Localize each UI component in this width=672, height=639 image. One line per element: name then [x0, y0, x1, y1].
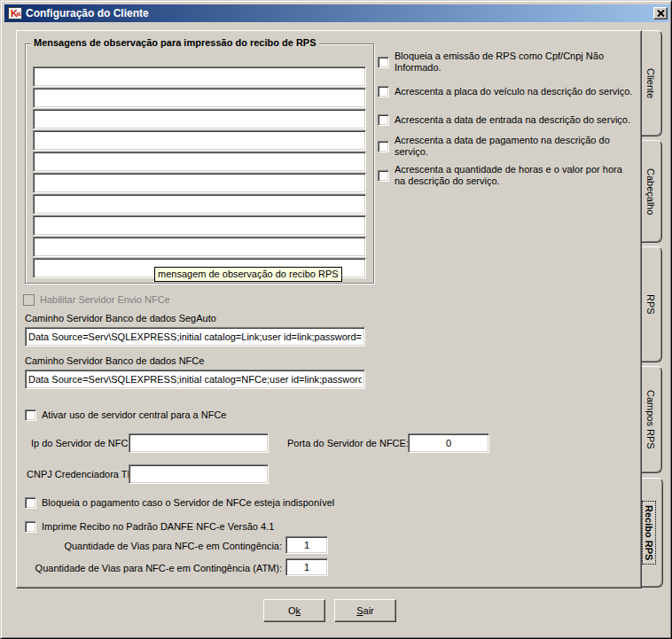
sair-button[interactable]: Sair [334, 599, 396, 622]
checkbox-icon[interactable] [378, 170, 389, 182]
checkbox-icon [23, 294, 35, 306]
checkbox-label: Habilitar Servidor Envio NFCe [40, 294, 170, 306]
title-bar[interactable]: K« Configuração do Cliente [4, 4, 669, 22]
tab-label: Cliente [645, 68, 656, 98]
vias-contingencia-atm-label: Quantidade de Vias para NFC-e em Conting… [25, 563, 282, 573]
checkbox-icon[interactable] [378, 86, 389, 97]
porta-servidor-input[interactable] [408, 433, 489, 453]
message-row-input[interactable] [33, 109, 366, 129]
checkbox-ativar-servidor-central[interactable]: Ativar uso de servidor central para a NF… [25, 409, 335, 421]
vias-contingencia-input[interactable] [285, 536, 328, 554]
tab-label: RPS [645, 294, 656, 315]
message-row-input[interactable] [33, 173, 366, 193]
ok-button[interactable]: Ok [263, 599, 325, 622]
vias-contingencia-label: Quantidade de Vias para NFC-e em Conting… [25, 541, 282, 551]
checkbox-icon[interactable] [25, 497, 36, 509]
message-row-input[interactable] [33, 152, 366, 172]
cnpj-credenciadora-label: CNPJ Credenciadora TEF: [27, 469, 143, 479]
checkbox-icon[interactable] [378, 57, 389, 68]
checkbox-label: Acrescenta a quantidade de horas e o val… [395, 164, 635, 187]
message-row-input[interactable] [33, 215, 366, 236]
checkbox-label: Acrescenta a placa do veículo na descriç… [395, 86, 632, 97]
mensagens-group-title: Mensagens de observação para impressão d… [31, 37, 319, 48]
checkbox-icon[interactable] [378, 141, 389, 152]
checkbox-placa-veiculo[interactable]: Acrescenta a placa do veículo na descriç… [378, 86, 635, 97]
message-row-input[interactable] [33, 130, 366, 151]
checkbox-label: Bloqueia o pagamento caso o Servidor de … [42, 497, 334, 509]
message-rows [33, 66, 366, 279]
checkbox-bloqueia-emissao-rps[interactable]: Bloqueia a emissão de RPS como Cpf/Cnpj … [378, 51, 628, 74]
checkbox-bloqueia-pagamento[interactable]: Bloqueia o pagamento caso o Servidor de … [25, 497, 397, 509]
checkbox-quantidade-horas[interactable]: Acrescenta a quantidade de horas e o val… [378, 164, 635, 187]
close-icon [657, 10, 665, 17]
cnpj-credenciadora-input[interactable] [129, 464, 269, 484]
window-title: Configuração do Cliente [26, 7, 653, 19]
tab-campos-rps[interactable]: Campos RPS [640, 366, 662, 473]
checkbox-data-pagamento[interactable]: Acrescenta a data de pagamento na descri… [378, 135, 617, 158]
mensagens-groupbox: Mensagens de observação para impressão d… [25, 43, 374, 284]
ip-servidor-input[interactable] [129, 433, 269, 453]
vias-contingencia-atm-input[interactable] [285, 558, 328, 576]
checkbox-imprime-danfe[interactable]: Imprime Recibo no Padrão DANFE NFC-e Ver… [25, 521, 397, 533]
tab-label: Cabeçalho [645, 168, 656, 215]
checkbox-icon[interactable] [25, 521, 36, 533]
checkbox-icon[interactable] [378, 114, 389, 126]
tab-cabecalho[interactable]: Cabeçalho [640, 140, 662, 243]
close-button[interactable] [653, 7, 668, 19]
app-logo-icon: K« [8, 7, 22, 19]
checkbox-label: Imprime Recibo no Padrão DANFE NFC-e Ver… [42, 521, 274, 533]
checkbox-label: Ativar uso de servidor central para a NF… [42, 409, 226, 421]
checkbox-label: Bloqueia a emissão de RPS como Cpf/Cnpj … [395, 51, 628, 74]
ip-servidor-label: Ip do Servidor de NFCE: [31, 438, 137, 448]
segauto-path-label: Caminho Servidor Banco de dados SegAuto [25, 313, 216, 323]
nfce-connection-input[interactable] [25, 370, 365, 389]
recibo-rps-tab-page: Mensagens de observação para impressão d… [16, 30, 642, 588]
segauto-connection-input[interactable] [25, 327, 365, 347]
checkbox-data-entrada[interactable]: Acrescenta a data de entrada na descriçã… [378, 114, 635, 126]
checkbox-habilitar-servidor-nfce: Habilitar Servidor Envio NFCe [23, 294, 333, 306]
tab-rps[interactable]: RPS [640, 246, 662, 362]
tab-cliente[interactable]: Cliente [640, 30, 662, 136]
nfce-path-label: Caminho Servidor Banco de dados NFCe [25, 355, 204, 366]
tab-label: Campos RPS [645, 390, 656, 449]
checkbox-label: Acrescenta a data de entrada na descriçã… [395, 114, 630, 126]
message-row-input[interactable] [33, 66, 366, 87]
message-row-input[interactable] [33, 237, 366, 257]
checkbox-label: Acrescenta a data de pagamento na descri… [395, 135, 617, 158]
dialog-window: K« Configuração do Cliente Cliente Cabeç… [0, 0, 672, 639]
message-row-input[interactable] [33, 194, 366, 214]
porta-servidor-label: Porta do Servidor de NFCE: [287, 438, 409, 448]
tooltip: mensagem de observação do recibo RPS [154, 267, 342, 282]
checkbox-icon[interactable] [25, 409, 36, 421]
tab-label: Recibo RPS [642, 501, 656, 565]
message-row-input[interactable] [33, 88, 366, 108]
